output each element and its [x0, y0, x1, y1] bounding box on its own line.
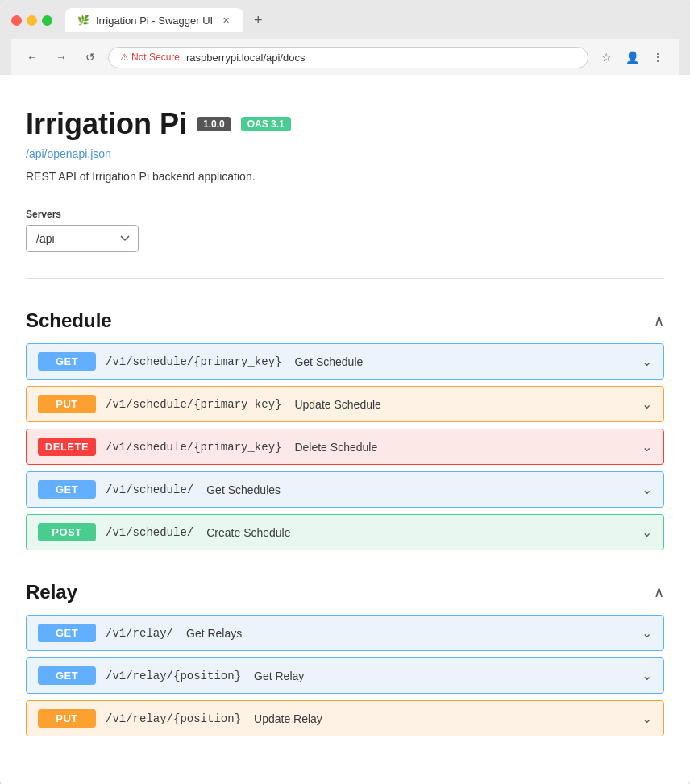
- endpoint-row-schedule-4[interactable]: POST /v1/schedule/ Create Schedule ⌄: [26, 514, 664, 550]
- browser-tabs: 🌿 Irrigation Pi - Swagger UI ✕ +: [65, 8, 679, 32]
- endpoint-left-relay-1: GET /v1/relay/{position} Get Relay: [38, 666, 642, 685]
- not-secure-indicator: ⚠ Not Secure: [120, 52, 180, 63]
- section-relay: Relay ∧ GET /v1/relay/ Get Relays ⌄ GET …: [26, 570, 664, 736]
- endpoint-summary-schedule-4: Create Schedule: [206, 526, 290, 539]
- bookmark-button[interactable]: ☆: [595, 46, 617, 68]
- endpoint-left-relay-0: GET /v1/relay/ Get Relays: [38, 624, 642, 642]
- minimize-button[interactable]: [27, 15, 37, 26]
- active-tab[interactable]: 🌿 Irrigation Pi - Swagger UI ✕: [65, 8, 243, 32]
- api-sections: Schedule ∧ GET /v1/schedule/{primary_key…: [26, 298, 664, 736]
- endpoint-row-relay-1[interactable]: GET /v1/relay/{position} Get Relay ⌄: [26, 657, 664, 694]
- endpoint-chevron-relay-2: ⌄: [642, 711, 652, 726]
- method-badge-relay-2: PUT: [38, 709, 96, 728]
- endpoint-chevron-schedule-0: ⌄: [642, 354, 652, 369]
- endpoint-left-schedule-0: GET /v1/schedule/{primary_key} Get Sched…: [38, 352, 642, 371]
- close-button[interactable]: [11, 15, 22, 26]
- browser-nav: ← → ↺ ⚠ Not Secure raspberrypi.local/api…: [11, 39, 679, 75]
- endpoint-row-schedule-0[interactable]: GET /v1/schedule/{primary_key} Get Sched…: [26, 343, 664, 380]
- browser-controls: 🌿 Irrigation Pi - Swagger UI ✕ +: [11, 8, 679, 32]
- method-badge-relay-0: GET: [38, 624, 96, 642]
- maximize-button[interactable]: [42, 15, 52, 26]
- endpoint-path-relay-0: /v1/relay/: [106, 627, 173, 640]
- endpoint-chevron-schedule-4: ⌄: [642, 525, 652, 540]
- endpoint-summary-relay-2: Update Relay: [254, 712, 322, 725]
- endpoint-row-schedule-3[interactable]: GET /v1/schedule/ Get Schedules ⌄: [26, 471, 664, 508]
- chevron-schedule-icon: ∧: [654, 312, 664, 330]
- endpoint-path-schedule-4: /v1/schedule/: [106, 526, 193, 539]
- nav-right-controls: ☆ 👤 ⋮: [595, 46, 669, 68]
- endpoint-summary-schedule-1: Update Schedule: [294, 398, 380, 411]
- method-badge-schedule-1: PUT: [38, 395, 96, 413]
- section-header-schedule[interactable]: Schedule ∧: [26, 298, 664, 343]
- profile-button[interactable]: 👤: [621, 46, 643, 68]
- app-title: Irrigation Pi: [26, 107, 187, 141]
- endpoint-chevron-schedule-1: ⌄: [642, 396, 652, 412]
- endpoint-summary-relay-1: Get Relay: [254, 670, 304, 682]
- url-text: raspberrypi.local/api/docs: [186, 52, 576, 64]
- method-badge-schedule-4: POST: [38, 523, 96, 541]
- version-badge: 1.0.0: [197, 117, 231, 131]
- section-title-relay: Relay: [26, 581, 77, 604]
- browser-titlebar: 🌿 Irrigation Pi - Swagger UI ✕ + ← → ↺ ⚠…: [0, 0, 690, 75]
- section-title-schedule: Schedule: [26, 309, 112, 332]
- servers-label: Servers: [26, 209, 664, 220]
- forward-button[interactable]: →: [50, 46, 73, 68]
- server-select[interactable]: /api: [26, 225, 139, 252]
- back-button[interactable]: ←: [21, 46, 44, 68]
- endpoint-row-relay-2[interactable]: PUT /v1/relay/{position} Update Relay ⌄: [26, 700, 664, 736]
- endpoint-row-schedule-2[interactable]: DELETE /v1/schedule/{primary_key} Delete…: [26, 429, 664, 465]
- traffic-lights: [11, 15, 52, 26]
- method-badge-schedule-0: GET: [38, 352, 96, 371]
- endpoint-left-schedule-4: POST /v1/schedule/ Create Schedule: [38, 523, 642, 541]
- endpoint-left-schedule-3: GET /v1/schedule/ Get Schedules: [38, 480, 642, 499]
- endpoints-list-schedule: GET /v1/schedule/{primary_key} Get Sched…: [26, 343, 664, 550]
- page-header: Irrigation Pi 1.0.0 OAS 3.1 /api/openapi…: [26, 107, 664, 183]
- page-content: Irrigation Pi 1.0.0 OAS 3.1 /api/openapi…: [0, 75, 690, 784]
- section-schedule: Schedule ∧ GET /v1/schedule/{primary_key…: [26, 298, 664, 550]
- chevron-relay-icon: ∧: [654, 583, 664, 601]
- section-divider: [26, 278, 664, 279]
- tab-favicon: 🌿: [77, 14, 89, 27]
- endpoint-path-relay-2: /v1/relay/{position}: [106, 712, 241, 725]
- menu-button[interactable]: ⋮: [646, 46, 669, 68]
- oas-badge: OAS 3.1: [241, 117, 291, 131]
- reload-button[interactable]: ↺: [79, 46, 102, 68]
- endpoint-path-schedule-3: /v1/schedule/: [106, 483, 193, 496]
- endpoint-left-relay-2: PUT /v1/relay/{position} Update Relay: [38, 709, 642, 728]
- tab-close-button[interactable]: ✕: [219, 14, 232, 27]
- browser-window: 🌿 Irrigation Pi - Swagger UI ✕ + ← → ↺ ⚠…: [0, 0, 690, 784]
- title-row: Irrigation Pi 1.0.0 OAS 3.1: [26, 107, 664, 141]
- method-badge-relay-1: GET: [38, 666, 96, 685]
- endpoint-left-schedule-2: DELETE /v1/schedule/{primary_key} Delete…: [38, 438, 642, 456]
- endpoint-chevron-schedule-3: ⌄: [642, 482, 652, 497]
- section-header-relay[interactable]: Relay ∧: [26, 570, 664, 615]
- openapi-link[interactable]: /api/openapi.json: [26, 147, 664, 160]
- servers-section: Servers /api: [26, 209, 664, 252]
- endpoint-path-schedule-0: /v1/schedule/{primary_key}: [106, 355, 281, 368]
- endpoint-path-relay-1: /v1/relay/{position}: [106, 670, 241, 682]
- tab-title: Irrigation Pi - Swagger UI: [96, 15, 213, 27]
- endpoints-list-relay: GET /v1/relay/ Get Relays ⌄ GET /v1/rela…: [26, 615, 664, 736]
- app-description: REST API of Irrigation Pi backend applic…: [26, 170, 664, 183]
- method-badge-schedule-3: GET: [38, 480, 96, 499]
- endpoint-left-schedule-1: PUT /v1/schedule/{primary_key} Update Sc…: [38, 395, 642, 413]
- endpoint-row-schedule-1[interactable]: PUT /v1/schedule/{primary_key} Update Sc…: [26, 386, 664, 422]
- endpoint-chevron-relay-1: ⌄: [642, 668, 652, 683]
- endpoint-chevron-relay-0: ⌄: [642, 625, 652, 641]
- endpoint-path-schedule-2: /v1/schedule/{primary_key}: [106, 441, 281, 454]
- endpoint-summary-schedule-3: Get Schedules: [206, 483, 281, 496]
- address-bar[interactable]: ⚠ Not Secure raspberrypi.local/api/docs: [108, 47, 588, 68]
- endpoint-path-schedule-1: /v1/schedule/{primary_key}: [106, 398, 281, 411]
- endpoint-summary-schedule-2: Delete Schedule: [294, 441, 377, 454]
- endpoint-summary-relay-0: Get Relays: [186, 627, 242, 640]
- endpoint-summary-schedule-0: Get Schedule: [294, 355, 363, 368]
- method-badge-schedule-2: DELETE: [38, 438, 96, 456]
- new-tab-button[interactable]: +: [247, 9, 269, 31]
- endpoint-chevron-schedule-2: ⌄: [642, 439, 652, 454]
- endpoint-row-relay-0[interactable]: GET /v1/relay/ Get Relays ⌄: [26, 615, 664, 651]
